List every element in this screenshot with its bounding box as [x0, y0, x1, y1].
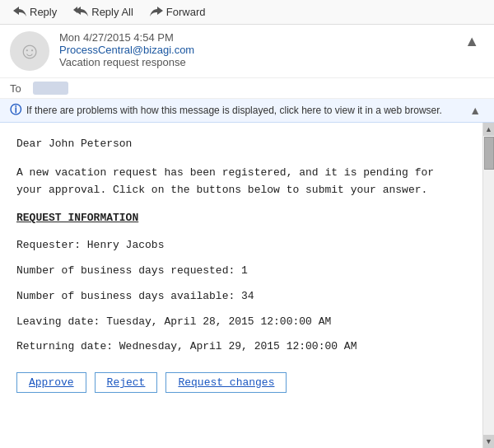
email-body-wrapper: Dear John Peterson A new vacation reques… — [0, 123, 494, 448]
email-date: Mon 4/27/2015 4:54 PM — [59, 31, 459, 44]
scroll-up-button[interactable]: ▲ — [466, 104, 484, 117]
avatar: ☺ — [10, 31, 49, 71]
scrollbar-thumb[interactable] — [484, 137, 494, 170]
action-buttons: Approve Reject Request changes — [16, 372, 466, 393]
days-requested-line: Number of business days requested: 1 — [16, 263, 466, 280]
email-body: Dear John Peterson A new vacation reques… — [0, 123, 482, 448]
requester-line: Requester: Henry Jacobs — [16, 237, 466, 254]
email-container: Reply Reply All Forward ☺ Mon 4/27/2015 … — [0, 0, 494, 448]
info-bar: ⓘ If there are problems with how this me… — [0, 99, 494, 123]
body-paragraph: A new vacation request has been register… — [16, 165, 466, 199]
email-from[interactable]: ProcessCentral@bizagi.com — [59, 44, 459, 56]
scrollbar-up-button[interactable]: ▲ — [483, 123, 495, 136]
info-text[interactable]: If there are problems with how this mess… — [26, 105, 442, 116]
scrollbar: ▲ ▼ — [482, 123, 494, 448]
request-changes-button[interactable]: Request changes — [165, 372, 287, 393]
avatar-icon: ☺ — [18, 40, 42, 63]
days-available-line: Number of business days available: 34 — [16, 288, 466, 306]
email-header: ☺ Mon 4/27/2015 4:54 PM ProcessCentral@b… — [0, 25, 494, 78]
replyall-label: Reply All — [91, 6, 133, 18]
forward-button[interactable]: Forward — [143, 3, 212, 21]
leaving-date-line: Leaving date: Tuesday, April 28, 2015 12… — [16, 314, 466, 331]
approve-button[interactable]: Approve — [16, 372, 86, 393]
reject-button[interactable]: Reject — [95, 372, 158, 393]
email-meta: Mon 4/27/2015 4:54 PM ProcessCentral@biz… — [59, 31, 459, 68]
info-icon: ⓘ — [10, 103, 21, 118]
scrollbar-down-button[interactable]: ▼ — [483, 435, 495, 448]
forward-icon — [150, 7, 163, 18]
replyall-button[interactable]: Reply All — [67, 3, 140, 21]
collapse-button[interactable]: ▲ — [459, 31, 484, 52]
email-subject: Vacation request response — [59, 56, 459, 68]
greeting: Dear John Peterson — [16, 136, 466, 153]
section-title: REQUEST INFORMATION — [16, 210, 466, 227]
to-row: To — [0, 78, 494, 99]
forward-label: Forward — [166, 6, 206, 18]
scrollbar-track — [483, 136, 494, 435]
returning-date-line: Returning date: Wednesday, April 29, 201… — [16, 338, 466, 356]
to-value — [33, 82, 68, 95]
replyall-icon — [73, 7, 88, 18]
reply-icon — [13, 7, 26, 18]
reply-label: Reply — [30, 6, 57, 18]
to-label: To — [10, 82, 26, 95]
reply-button[interactable]: Reply — [7, 3, 63, 21]
email-toolbar: Reply Reply All Forward — [0, 0, 494, 25]
